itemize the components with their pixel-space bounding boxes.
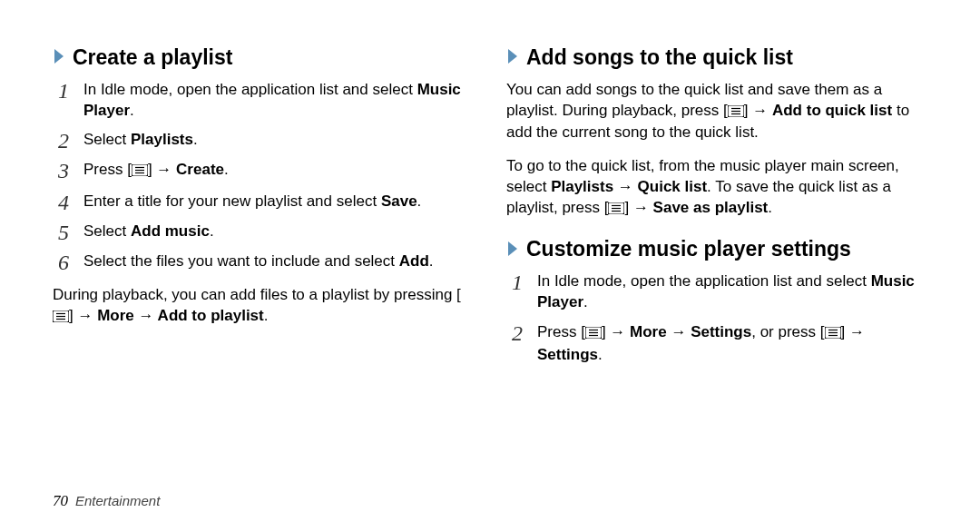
menu-icon (53, 308, 69, 329)
menu-icon (728, 103, 744, 123)
menu-icon (825, 324, 841, 345)
quick-list-para-1: You can add songs to the quick list and … (506, 80, 927, 144)
step-item: Press [] → More → Settings, or press [] … (506, 322, 927, 366)
page-number: 70 (53, 492, 68, 510)
heading-add-quick-list: Add songs to the quick list (506, 45, 927, 71)
quick-list-para-2: To go to the quick list, from the music … (506, 156, 927, 221)
footer-section-name: Entertainment (75, 493, 160, 508)
right-column: Add songs to the quick list You can add … (506, 45, 927, 379)
step-item: Select Add music. (53, 222, 474, 242)
heading-customize-settings: Customize music player settings (506, 237, 927, 262)
chevron-icon (506, 241, 519, 260)
chevron-icon (53, 48, 65, 67)
step-item: In Idle mode, open the application list … (53, 80, 474, 122)
page-footer: 70 Entertainment (53, 492, 160, 510)
left-column: Create a playlist In Idle mode, open the… (53, 45, 474, 379)
heading-text: Add songs to the quick list (526, 45, 793, 71)
create-playlist-note: During playback, you can add files to a … (53, 285, 474, 329)
chevron-icon (506, 48, 519, 67)
svg-marker-9 (508, 49, 517, 64)
menu-icon (132, 162, 148, 182)
heading-create-playlist: Create a playlist (53, 45, 474, 71)
steps-create-playlist: In Idle mode, open the application list … (53, 80, 474, 273)
svg-marker-0 (54, 49, 64, 64)
heading-text: Create a playlist (73, 45, 232, 71)
svg-marker-18 (508, 241, 517, 256)
heading-text: Customize music player settings (526, 237, 851, 262)
step-item: Enter a title for your new playlist and … (53, 192, 474, 212)
step-item: Select the files you want to include and… (53, 251, 474, 272)
step-item: Select Playlists. (53, 130, 474, 151)
step-item: In Idle mode, open the application list … (506, 271, 927, 313)
step-item: Press [] → Create. (53, 160, 474, 182)
menu-icon (608, 200, 624, 221)
steps-customize-settings: In Idle mode, open the application list … (506, 271, 927, 366)
menu-icon (585, 324, 602, 345)
